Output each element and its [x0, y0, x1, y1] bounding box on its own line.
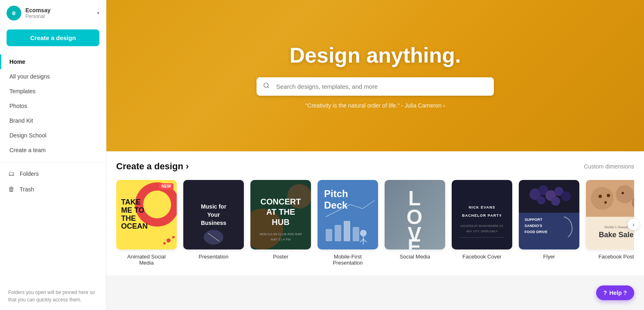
avatar: e: [7, 6, 21, 20]
svg-rect-27: [353, 227, 359, 241]
nav-divider: [0, 162, 106, 163]
design-card-poster[interactable]: CONCERT AT THE HUB NEBULA 66 CLUB AND BA…: [250, 180, 311, 266]
card-label: Mobile-First Presentation: [333, 254, 363, 266]
hero-title: Design anything.: [290, 43, 461, 67]
card-label: Flyer: [543, 254, 555, 260]
svg-text:SUPPORT: SUPPORT: [525, 218, 543, 222]
section-header: Create a design › Custom dimensions: [116, 161, 634, 172]
search-icon: [263, 82, 270, 90]
svg-text:Deck: Deck: [324, 200, 348, 211]
svg-text:Bake Sale: Bake Sale: [599, 231, 633, 239]
design-card-animated-social[interactable]: NEW T: [116, 180, 177, 266]
chevron-down-icon: ▾: [97, 10, 99, 16]
svg-text:Business: Business: [201, 220, 226, 226]
svg-point-49: [561, 191, 571, 201]
svg-text:BACHELOR PARTY: BACHELOR PARTY: [462, 213, 502, 218]
card-label: Animated Social Media: [127, 254, 166, 266]
svg-text:FOOD DRIVE: FOOD DRIVE: [525, 230, 547, 234]
sidebar-item-label: Photos: [9, 103, 27, 109]
design-card-facebook-post[interactable]: Smithe's Annual Bake Sale Facebook Post: [586, 180, 634, 266]
design-card-mobile-first[interactable]: Pitch Deck: [317, 180, 378, 266]
card-thumbnail: L O V E: [385, 180, 445, 249]
svg-text:SANDIO'S: SANDIO'S: [525, 224, 542, 228]
sidebar-item-trash[interactable]: 🗑 Trash: [0, 182, 106, 197]
sidebar: e Ecomsay Personal ▾ Create a design Hom…: [0, 0, 106, 310]
sidebar-item-photos[interactable]: Photos: [0, 99, 106, 113]
design-card-presentation[interactable]: Music for Your Business Presentation: [183, 180, 244, 266]
user-profile[interactable]: e Ecomsay Personal ▾: [0, 0, 106, 26]
user-plan: Personal: [25, 13, 93, 19]
next-arrow-button[interactable]: ›: [628, 219, 639, 230]
svg-rect-24: [326, 229, 332, 241]
svg-text:Pitch: Pitch: [324, 188, 348, 199]
nav-menu: Home All your designs Templates Photos B…: [0, 53, 106, 159]
sidebar-item-create-team[interactable]: Create a team: [0, 143, 106, 157]
create-design-section: Create a design › Custom dimensions NEW: [106, 151, 644, 276]
svg-point-6: [163, 242, 166, 245]
sidebar-item-label: Brand Kit: [9, 117, 33, 124]
svg-text:Smithe's Annual: Smithe's Annual: [604, 225, 628, 229]
svg-text:CONCERT: CONCERT: [261, 197, 301, 206]
svg-point-63: [607, 194, 610, 197]
sidebar-item-label: Design School: [9, 132, 46, 139]
svg-text:AT THE: AT THE: [266, 207, 295, 216]
svg-text:NICK EVANS: NICK EVANS: [469, 205, 495, 209]
card-thumbnail: CONCERT AT THE HUB NEBULA 66 CLUB AND BA…: [250, 180, 311, 249]
card-label: Social Media: [400, 254, 430, 260]
svg-point-61: [599, 195, 602, 198]
sidebar-item-templates[interactable]: Templates: [0, 84, 106, 99]
svg-text:Your: Your: [207, 211, 220, 218]
card-thumbnail: Smithe's Annual Bake Sale: [586, 180, 634, 249]
help-button[interactable]: ? Help ?: [596, 285, 634, 300]
svg-point-64: [621, 192, 624, 194]
design-card-flyer[interactable]: SUPPORT SANDIO'S FOOD DRIVE Flyer: [519, 180, 579, 266]
hero-quote[interactable]: "Creativity is the natural order of life…: [305, 102, 445, 109]
svg-point-62: [604, 201, 607, 204]
card-label: Facebook Post: [599, 254, 634, 260]
user-name: Ecomsay: [25, 7, 93, 13]
sidebar-item-folders[interactable]: 🗂 Folders: [0, 166, 106, 182]
sidebar-item-label: Trash: [20, 186, 34, 193]
design-cards-wrapper: NEW T: [116, 180, 634, 269]
sidebar-item-home[interactable]: Home: [0, 54, 106, 69]
svg-text:E: E: [408, 235, 422, 249]
design-card-facebook-cover[interactable]: NICK EVANS BACHELOR PARTY LOCATED AT 56 …: [452, 180, 512, 266]
svg-rect-26: [344, 221, 350, 241]
search-input[interactable]: [257, 77, 494, 96]
svg-point-58: [591, 187, 614, 210]
svg-text:NEBULA 66 CLUB AND BAR: NEBULA 66 CLUB AND BAR: [259, 232, 302, 236]
sidebar-item-brand-kit[interactable]: Brand Kit: [0, 113, 106, 128]
svg-text:LOCATED AT 56 ANYWHERE ST,: LOCATED AT 56 ANYWHERE ST,: [460, 225, 504, 227]
svg-point-5: [172, 236, 175, 238]
svg-point-50: [537, 196, 545, 204]
sidebar-item-all-designs[interactable]: All your designs: [0, 69, 106, 84]
user-info: Ecomsay Personal: [25, 7, 93, 19]
svg-rect-25: [335, 225, 341, 241]
card-thumbnail: Pitch Deck: [317, 180, 378, 249]
svg-point-51: [551, 197, 560, 206]
svg-text:HUB: HUB: [272, 218, 289, 227]
sidebar-hint: Folders you open will be pinned here so …: [0, 282, 106, 310]
new-badge: NEW: [159, 183, 173, 189]
trash-icon: 🗑: [8, 186, 15, 193]
svg-line-1: [268, 87, 269, 88]
card-label: Poster: [273, 254, 288, 260]
card-label: Facebook Cover: [462, 254, 501, 260]
folder-icon: 🗂: [8, 170, 15, 177]
hero-banner: Design anything. "Creativity is the natu…: [106, 0, 644, 151]
section-title[interactable]: Create a design ›: [116, 161, 189, 172]
sidebar-item-label: All your designs: [9, 73, 50, 80]
card-thumbnail: NEW T: [116, 180, 177, 249]
sidebar-item-design-school[interactable]: Design School: [0, 128, 106, 143]
card-label: Presentation: [199, 254, 229, 260]
design-card-social-media[interactable]: L O V E Social Media: [385, 180, 445, 266]
create-design-button[interactable]: Create a design: [7, 29, 99, 46]
custom-dimensions-link[interactable]: Custom dimensions: [584, 163, 634, 170]
svg-text:Music for: Music for: [201, 203, 227, 210]
card-thumbnail: NICK EVANS BACHELOR PARTY LOCATED AT 56 …: [452, 180, 512, 249]
main-content: Design anything. "Creativity is the natu…: [106, 0, 644, 310]
card-overlay-text: TAKEME TOTHEOCEAN: [121, 198, 148, 231]
svg-text:MAY 5 | 4 PM: MAY 5 | 4 PM: [271, 238, 291, 241]
question-mark-icon: ?: [603, 290, 607, 296]
svg-text:ANY CITY. OPEN DAILY: ANY CITY. OPEN DAILY: [466, 230, 498, 233]
